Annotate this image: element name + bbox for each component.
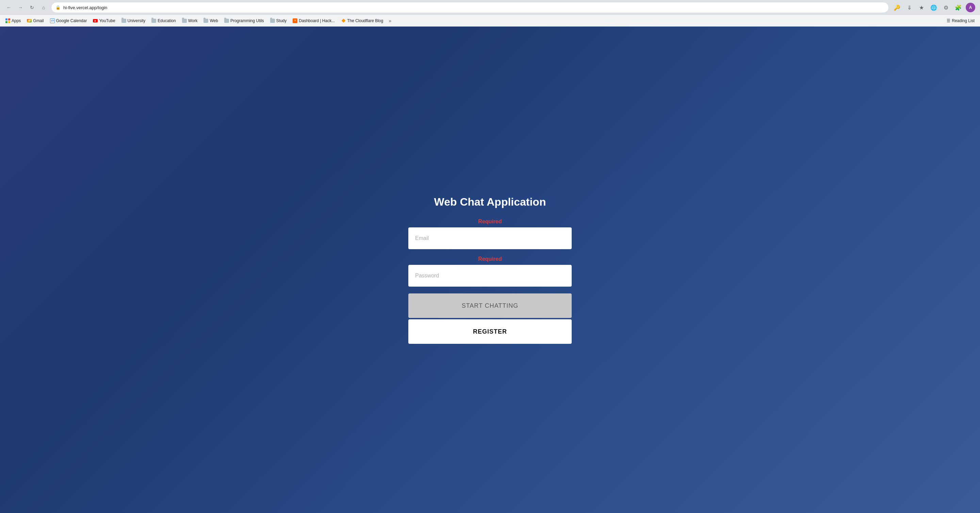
avatar: A — [966, 3, 975, 12]
bookmark-programming-utils[interactable]: Programming Utils — [221, 17, 267, 24]
bookmark-dashboard-hack[interactable]: Y Dashboard | Hack... — [290, 17, 337, 24]
start-chatting-button[interactable]: START CHATTING — [408, 293, 572, 318]
bookmark-star-icon[interactable]: ★ — [916, 2, 927, 13]
bookmark-dashboard-hack-label: Dashboard | Hack... — [299, 18, 335, 23]
bookmark-youtube[interactable]: YouTube — [90, 17, 118, 24]
reading-list-label: Reading List — [952, 18, 975, 23]
reading-list-icon: ☰ — [947, 18, 950, 23]
programming-utils-folder-icon — [224, 18, 229, 23]
page-content: Web Chat Application Required Required S… — [0, 27, 980, 513]
bookmark-study-label: Study — [276, 18, 287, 23]
gmail-icon: M — [27, 19, 32, 22]
hackernews-icon: Y — [293, 18, 298, 23]
bookmark-web[interactable]: Web — [201, 17, 221, 24]
bookmark-apps[interactable]: Apps — [3, 17, 24, 24]
bookmark-cloudflare-label: The Cloudflare Blog — [347, 18, 383, 23]
address-bar-url: hi-five.vercel.app/login — [63, 5, 885, 10]
home-button[interactable]: ⌂ — [39, 3, 48, 12]
login-container: Web Chat Application Required Required S… — [408, 196, 572, 344]
lock-icon: 🔒 — [56, 5, 60, 10]
bookmark-web-label: Web — [210, 18, 218, 23]
bookmark-gmail[interactable]: M Gmail — [24, 17, 46, 24]
password-required-text: Required — [478, 256, 501, 262]
cloudflare-icon: 🔶 — [341, 18, 346, 23]
bookmark-work-label: Work — [188, 18, 198, 23]
education-folder-icon — [151, 18, 156, 23]
work-folder-icon — [182, 18, 187, 23]
youtube-icon — [93, 19, 98, 22]
bookmark-education-label: Education — [158, 18, 176, 23]
browser-right-icons: 🔑 ⇓ ★ 🌐 ⚙ 🧩 A — [891, 2, 976, 13]
profile-icon[interactable]: A — [965, 2, 976, 13]
bookmark-youtube-label: YouTube — [99, 18, 115, 23]
bookmarks-bar: Apps M Gmail 15 Google Calendar YouTube … — [0, 15, 980, 27]
settings-icon[interactable]: ⚙ — [940, 2, 951, 13]
more-bookmarks-button[interactable]: » — [387, 17, 393, 25]
bookmark-gmail-label: Gmail — [33, 18, 43, 23]
download-icon[interactable]: ⇓ — [904, 2, 915, 13]
bookmark-education[interactable]: Education — [149, 17, 178, 24]
reload-button[interactable]: ↻ — [27, 3, 37, 12]
password-input[interactable] — [408, 265, 572, 287]
university-folder-icon — [121, 18, 126, 23]
register-button[interactable]: REGISTER — [408, 319, 572, 344]
back-button[interactable]: ← — [4, 3, 14, 12]
app-title: Web Chat Application — [434, 196, 546, 208]
password-manager-icon[interactable]: 🔑 — [891, 2, 902, 13]
bookmark-google-calendar[interactable]: 15 Google Calendar — [47, 17, 90, 24]
bookmark-apps-label: Apps — [11, 18, 21, 23]
bookmark-work[interactable]: Work — [179, 17, 200, 24]
bookmark-university-label: University — [127, 18, 146, 23]
translate-icon[interactable]: 🌐 — [928, 2, 939, 13]
browser-titlebar: ← → ↻ ⌂ 🔒 hi-five.vercel.app/login 🔑 ⇓ ★… — [0, 0, 980, 15]
address-bar-container[interactable]: 🔒 hi-five.vercel.app/login — [51, 2, 889, 13]
study-folder-icon — [270, 18, 275, 23]
bookmark-study[interactable]: Study — [267, 17, 290, 24]
browser-controls: ← → ↻ ⌂ — [4, 3, 48, 12]
email-required-text: Required — [478, 218, 501, 225]
forward-button[interactable]: → — [16, 3, 25, 12]
email-input[interactable] — [408, 228, 572, 249]
apps-icon — [5, 18, 10, 23]
extensions-icon[interactable]: 🧩 — [953, 2, 964, 13]
browser-chrome: ← → ↻ ⌂ 🔒 hi-five.vercel.app/login 🔑 ⇓ ★… — [0, 0, 980, 27]
bookmark-cloudflare-blog[interactable]: 🔶 The Cloudflare Blog — [338, 17, 386, 24]
bookmark-programming-utils-label: Programming Utils — [231, 18, 264, 23]
web-folder-icon — [204, 18, 208, 23]
bookmark-calendar-label: Google Calendar — [56, 18, 87, 23]
reading-list-button[interactable]: ☰ Reading List — [944, 17, 977, 24]
calendar-icon: 15 — [50, 18, 55, 23]
bookmark-university[interactable]: University — [119, 17, 148, 24]
